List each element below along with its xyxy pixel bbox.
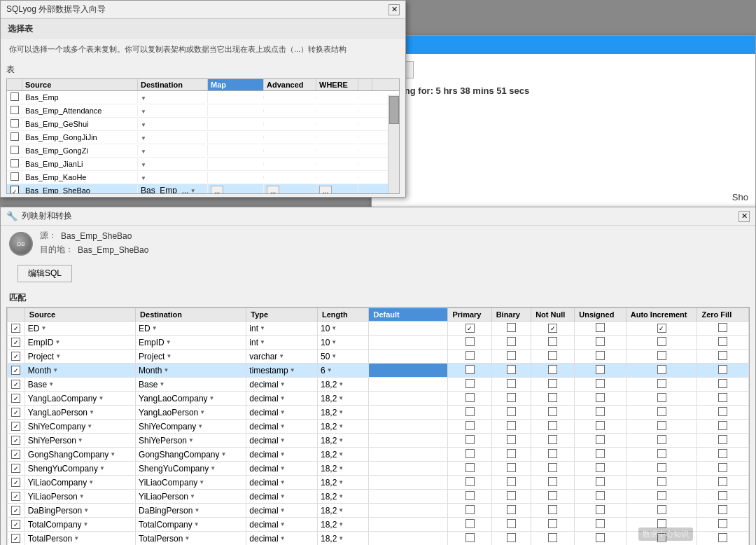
row-primary-cell[interactable] [448,392,491,406]
row-notnull-cell[interactable] [531,434,575,448]
row-binary-cell[interactable] [491,476,531,490]
cell-checkbox[interactable] [596,393,605,402]
row-primary-cell[interactable] [448,420,491,434]
row-autoincrement-cell[interactable] [626,336,697,350]
row-check-cell[interactable] [8,406,25,420]
row-binary-cell[interactable] [491,532,531,546]
row-default-cell[interactable] [369,448,448,462]
default-input[interactable] [372,534,444,543]
row-autoincrement-cell[interactable] [626,322,697,336]
cell-checkbox[interactable] [657,463,666,472]
row-notnull-cell[interactable] [531,322,575,336]
row-length-cell[interactable]: 18,2 ▼ [318,420,369,434]
row-default-cell[interactable] [369,434,448,448]
cell-checkbox[interactable] [507,323,516,332]
cell-checkbox[interactable] [11,436,20,445]
row-zerofill-cell[interactable] [697,420,749,434]
cell-checkbox[interactable] [465,337,475,346]
row-autoincrement-cell[interactable] [626,364,697,378]
type-dropdown-arrow[interactable]: ▼ [280,479,286,485]
row-unsigned-cell[interactable] [575,406,626,420]
row-zerofill-cell[interactable] [697,350,749,364]
row-binary-cell[interactable] [491,462,531,476]
cell-checkbox[interactable] [11,408,20,417]
cell-checkbox[interactable] [657,491,666,500]
cell-checkbox[interactable] [11,450,20,459]
length-dropdown-arrow[interactable]: ▼ [338,381,344,387]
row-primary-cell[interactable] [448,406,491,420]
row-advanced[interactable] [264,176,316,179]
row-advanced[interactable] [264,136,316,139]
row-notnull-cell[interactable] [531,462,575,476]
length-dropdown-arrow[interactable]: ▼ [338,451,344,457]
default-input[interactable] [372,478,444,487]
cell-checkbox[interactable] [11,478,20,487]
default-input[interactable] [372,422,444,431]
cell-checkbox[interactable] [718,491,727,500]
where-btn[interactable]: ... [319,186,332,194]
default-input[interactable] [372,436,444,445]
cell-checkbox[interactable] [548,533,557,542]
row-default-cell[interactable] [369,504,448,518]
default-input[interactable] [372,464,444,473]
cell-checkbox[interactable] [657,324,666,333]
length-dropdown-arrow[interactable]: ▼ [338,465,344,471]
mapping-row[interactable]: YangLaoPerson ▼ YangLaoPerson ▼ decimal … [8,406,749,420]
map-btn[interactable]: ... [211,186,223,194]
cell-checkbox[interactable] [718,421,727,430]
row-zerofill-cell[interactable] [697,406,749,420]
row-unsigned-cell[interactable] [575,518,626,532]
row-primary-cell[interactable] [448,350,491,364]
row-default-cell[interactable] [369,322,448,336]
cell-checkbox[interactable] [718,533,727,542]
default-input[interactable] [372,506,444,515]
table-row[interactable]: Bas_Emp_KaoHe ▼ [7,171,399,184]
row-map[interactable]: ... [208,184,264,194]
row-type-cell[interactable]: decimal ▼ [246,490,318,504]
cell-checkbox[interactable] [11,366,20,375]
cell-checkbox[interactable] [465,505,475,514]
cell-checkbox[interactable] [718,477,727,486]
cell-checkbox[interactable] [596,505,605,514]
row-zerofill-cell[interactable] [697,364,749,378]
cell-checkbox[interactable] [596,351,605,360]
row-default-cell[interactable] [369,518,448,532]
cell-checkbox[interactable] [507,463,516,472]
row-autoincrement-cell[interactable] [626,434,697,448]
row-primary-cell[interactable] [448,364,491,378]
row-notnull-cell[interactable] [531,378,575,392]
default-input[interactable] [372,366,444,375]
row-autoincrement-cell[interactable] [626,448,697,462]
row-advanced[interactable] [264,96,316,99]
row-type-cell[interactable]: decimal ▼ [246,420,318,434]
default-input[interactable] [372,520,444,529]
row-check-cell[interactable] [8,392,25,406]
mapping-row[interactable]: ShiYeCompany ▼ ShiYeCompany ▼ decimal ▼ … [8,420,749,434]
row-check-cell[interactable] [8,322,25,336]
row-length-cell[interactable]: 18,2 ▼ [318,490,369,504]
cell-checkbox[interactable] [596,477,605,486]
source-dropdown-arrow[interactable]: ▼ [55,339,61,345]
type-dropdown-arrow[interactable]: ▼ [280,423,286,429]
cell-checkbox[interactable] [596,379,605,388]
type-dropdown-arrow[interactable]: ▼ [280,535,286,541]
row-check-cell[interactable] [8,378,25,392]
row-notnull-cell[interactable] [531,532,575,546]
row-zerofill-cell[interactable] [697,336,749,350]
cell-checkbox[interactable] [507,505,516,514]
dest-dropdown-arrow[interactable]: ▼ [166,353,172,359]
row-primary-cell[interactable] [448,462,491,476]
row-check-cell[interactable] [8,504,25,518]
row-binary-cell[interactable] [491,518,531,532]
row-notnull-cell[interactable] [531,490,575,504]
cell-checkbox[interactable] [11,338,20,347]
cell-checkbox[interactable] [507,407,516,416]
default-input[interactable] [372,492,444,501]
cell-checkbox[interactable] [596,435,605,444]
mapping-row[interactable]: ShiYePerson ▼ ShiYePerson ▼ decimal ▼ 18… [8,434,749,448]
length-dropdown-arrow[interactable]: ▼ [338,507,344,513]
cell-checkbox[interactable] [718,365,727,374]
length-dropdown-arrow[interactable]: ▼ [338,521,344,527]
close-button[interactable]: ✕ [388,4,400,15]
length-dropdown-arrow[interactable]: ▼ [331,353,337,359]
